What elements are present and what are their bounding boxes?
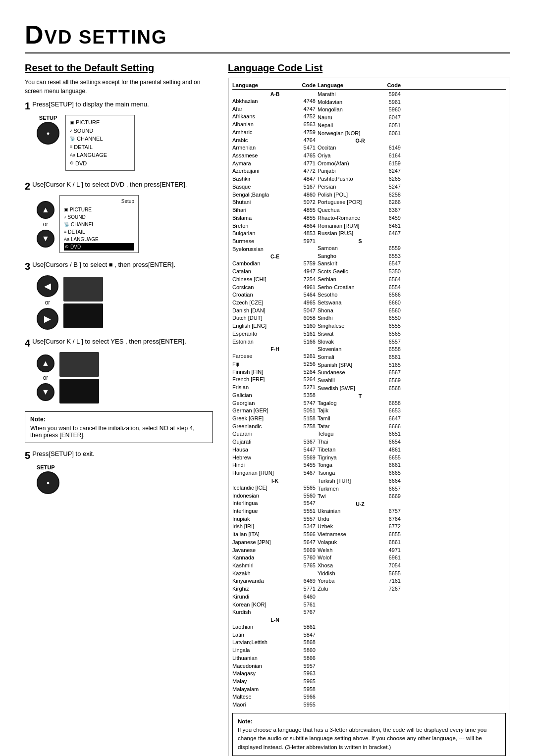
lang-scots-gaelic: Scots Gaelic5350 [318,268,403,276]
setup-label-1: SETUP [39,115,57,121]
lang-yiddish: Yiddish5655 [318,570,403,578]
lang-bihari: Bihari4855 [232,206,318,214]
lang-danish: Danish [DAN]5047 [232,307,318,315]
lang-afar: Afar4747 [232,105,318,113]
lang-vietnamese: Vietnamese6855 [318,531,403,539]
header-language: Language [232,82,297,88]
lang-afrikaans: Afrikaans4752 [232,113,318,121]
step-5-text: Press[SETUP] to exit. [32,450,95,457]
lang-maori: Maori5955 [232,701,318,709]
lang-tagalog: Tagalog6658 [318,400,403,407]
lang-interlingue: Interlingue5551 [232,507,318,515]
menu2-detail: ≡ DETAIL [64,228,134,236]
lang-malayalam: Malayalam5958 [232,686,318,694]
lang-dutch: Dutch [DUT]6058 [232,314,318,322]
down-arrow-btn-2[interactable]: ▼ [37,230,54,248]
lang-col-2: Marathi5964 Moldavian5961 Mongolian5960 … [318,91,403,593]
lang-galician: Galician5358 [232,392,318,400]
menu-item-detail: ≡ DETAIL [70,143,130,151]
step-3-text: Use[Cursors / B ] to select ■ , then pre… [32,261,175,268]
lang-italian: Italian [ITA]5566 [232,531,318,539]
setup-menu-1: ▣ PICTURE ♪ SOUND 📡 CHANNEL ≡ DETAIL Aa … [65,115,135,171]
menu2-language: Aa LANGUAGE [64,236,134,243]
lang-sesotho: Sesotho6566 [318,291,403,299]
lang-spanish: Spanish [SPA]5165 [318,361,403,369]
lang-frisian: Frisian5271 [232,384,318,392]
lang-byelorussian: Byelorussian [232,246,318,253]
reset-desc: You can reset all the settings except fo… [25,78,213,96]
setup-button-1[interactable]: ● [37,122,59,145]
lang-guarani: Guarani [232,430,318,438]
up-arrow-btn-2[interactable]: ▲ [37,201,54,219]
language-note: Note: If you choose a language that has … [232,713,506,756]
step-1-content: SETUP ● ▣ PICTURE ♪ SOUND 📡 CHANNEL ≡ DE… [37,115,213,173]
folder-icon-dark-3 [63,303,103,328]
lang-hindi: Hindi5455 [232,461,318,469]
setup-button-5[interactable]: ● [37,471,59,494]
lang-latvian: Latvian;Lettish5868 [232,639,318,647]
language-note-text: If you choose a language that has a 3-le… [238,727,486,750]
lang-swedish: Swedish [SWE]6568 [318,385,403,393]
lang-lithuanian: Lithuanian5866 [232,655,318,662]
step-3: 3 Use[Cursors / B ] to select ■ , then p… [25,261,213,330]
lang-croatian: Croatian5464 [232,291,318,299]
lang-swahili: Swahili6569 [318,377,403,385]
lang-czech: Czech [CZE]4965 [232,299,318,307]
lang-amharic: Amharic4759 [232,129,318,137]
right-arrow-btn-3[interactable]: ▶ [37,308,58,330]
lang-singhalese: Singhalese6555 [318,322,403,330]
lang-burmese: Burmese5971 [232,238,318,246]
step-4: 4 Use[Cursor K / L ] to select YES , the… [25,338,213,403]
title-rest: VD SETTING [45,27,167,48]
lang-samoan: Samoan6559 [318,245,403,252]
step-3-num: 3 [25,261,30,272]
lang-laothian: Laothian5861 [232,623,318,631]
up-arrow-btn-4[interactable]: ▲ [37,354,54,372]
lang-kashmiri: Kashmiri5765 [232,562,318,570]
lang-bhutani: Bhutani5072 [232,199,318,206]
lang-col-1: A-B Abkhazian4748 Afar4747 Afrikaans4752… [232,91,318,709]
lang-interlingua: Interlingua5547 [232,500,318,507]
menu2-picture: ▣ PICTURE [64,206,134,213]
lang-malagasy: Malagasy5963 [232,670,318,678]
lang-chinese: Chinese [CHI]7254 [232,276,318,284]
menu2-dvd-highlight: ⊙ DVD [64,243,134,251]
lang-korean: Korean [KOR]5761 [232,601,318,609]
lang-wolof: Wolof6961 [318,554,403,562]
page: DVD SETTING Reset to the Default Setting… [0,0,535,756]
lang-sanskrit: Sanskrit6547 [318,260,403,268]
step-2: 2 Use[Cursor K / L ] to select DVD , the… [25,181,213,253]
lang-javanese: Javanese5669 [232,547,318,554]
lang-sundanese: Sundanese6567 [318,369,403,377]
lang-bashkir: Bashkir4847 [232,175,318,183]
lang-georgian: Georgian5747 [232,400,318,407]
down-arrow-btn-4[interactable]: ▼ [37,383,54,401]
lang-serbo-croatian: Serbo-Croatian6554 [318,284,403,292]
lang-english: English [ENG]5160 [232,322,318,330]
page-title: DVD SETTING [25,20,510,53]
lang-welsh: Welsh4971 [318,547,403,554]
lang-uzbek: Uzbek6772 [318,523,403,531]
lang-somali: Somali6561 [318,353,403,361]
lang-sangho: Sangho6553 [318,252,403,260]
lang-siswat: Siswat6565 [318,330,403,338]
left-arrow-btn-3[interactable]: ◀ [37,275,58,297]
menu-item-dvd: ⊙ DVD [70,159,130,168]
menu-item-sound: ♪ SOUND [70,127,130,135]
lang-kinyarwanda: Kinyarwanda6469 [232,577,318,585]
lang-finnish: Finnish [FIN]5264 [232,368,318,376]
lang-romanian: Romanian [RUM]6461 [318,222,403,230]
lang-turkish: Turkish [TUR]6664 [318,477,403,485]
lang-aymara: Aymara4771 [232,160,318,168]
language-code-title: Language Code List [228,62,510,74]
reset-title: Reset to the Default Setting [25,62,213,74]
lang-esperanto: Esperanto5161 [232,330,318,338]
note-title-lang: Note: [238,718,252,724]
step-2-num: 2 [25,181,30,192]
lang-bislama: Bislama4855 [232,214,318,222]
header-language2: Language [318,82,382,88]
lang-occitan: Occitan6149 [318,144,403,152]
or-label-4: or [43,374,49,381]
lang-faroese: Faroese5261 [232,353,318,360]
setup-label-5: SETUP [37,464,55,470]
